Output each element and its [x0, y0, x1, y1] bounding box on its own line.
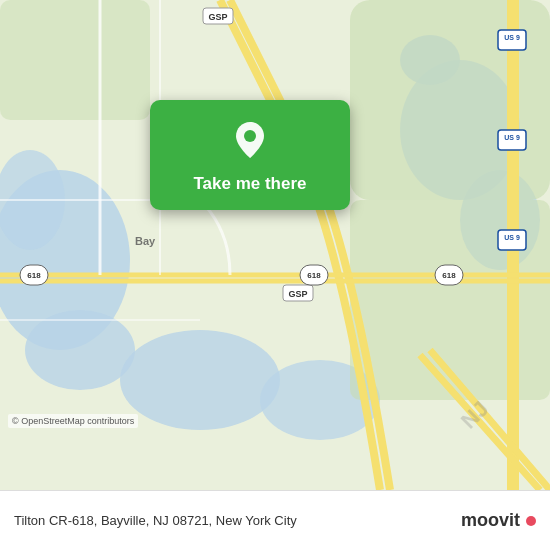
moovit-brand-text: moovit: [461, 510, 520, 531]
bottom-bar: Tilton CR-618, Bayville, NJ 08721, New Y…: [0, 490, 550, 550]
moovit-dot-icon: [526, 516, 536, 526]
osm-credit: © OpenStreetMap contributors: [8, 414, 138, 428]
svg-text:618: 618: [27, 271, 41, 280]
svg-text:618: 618: [442, 271, 456, 280]
svg-rect-11: [0, 0, 150, 120]
location-card: Take me there: [150, 100, 350, 210]
address-text: Tilton CR-618, Bayville, NJ 08721, New Y…: [14, 513, 461, 528]
location-pin-icon: [228, 118, 272, 162]
svg-text:GSP: GSP: [208, 12, 227, 22]
svg-text:Bay: Bay: [135, 235, 156, 247]
svg-text:US 9: US 9: [504, 34, 520, 41]
svg-point-6: [120, 330, 280, 430]
svg-text:US 9: US 9: [504, 234, 520, 241]
svg-text:US 9: US 9: [504, 134, 520, 141]
svg-text:GSP: GSP: [288, 289, 307, 299]
take-me-there-button[interactable]: Take me there: [193, 172, 306, 196]
moovit-logo: moovit: [461, 510, 536, 531]
svg-point-3: [25, 310, 135, 390]
svg-point-30: [244, 130, 256, 142]
map-area: GSP GSP US 9 US 9 US 9 618 618 618: [0, 0, 550, 490]
svg-text:618: 618: [307, 271, 321, 280]
